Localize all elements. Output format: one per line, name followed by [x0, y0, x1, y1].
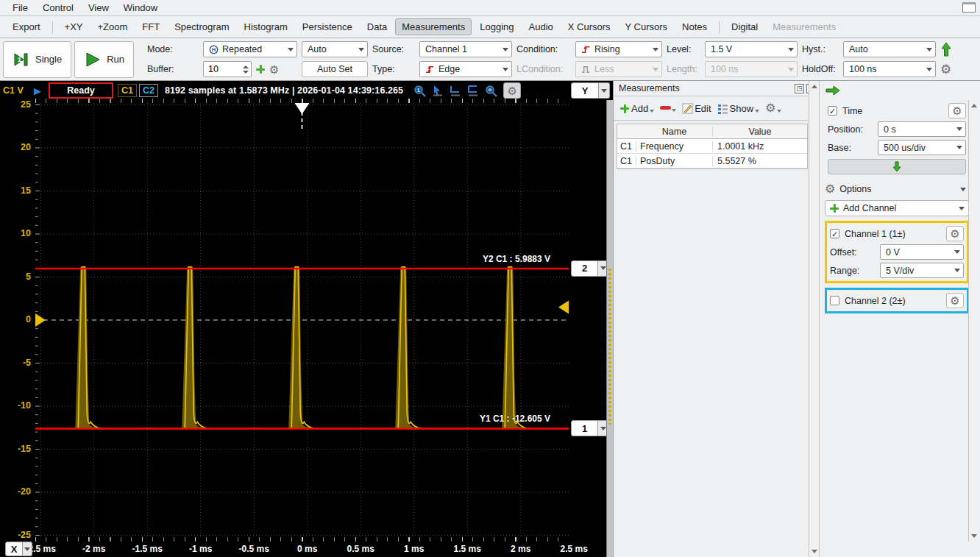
view-tab-digital[interactable]: Digital — [725, 18, 764, 35]
x-tick-label: 1.5 ms — [445, 544, 489, 554]
remove-dropdown-icon[interactable] — [672, 109, 676, 112]
table-row[interactable]: C1Frequency1.0001 kHz — [617, 139, 807, 154]
scroll-down-icon[interactable] — [970, 531, 979, 541]
zoom-fit-icon[interactable] — [485, 85, 497, 97]
trigger-gear-icon[interactable]: ⚙ — [940, 63, 951, 76]
view-tab--xy[interactable]: +XY — [58, 18, 90, 35]
y-cursor-tool-icon[interactable] — [467, 85, 479, 96]
offset-select[interactable]: 0 V — [880, 244, 964, 260]
add-dropdown-icon[interactable] — [650, 110, 654, 113]
measurements-settings-button[interactable]: ⚙ — [764, 100, 783, 116]
scroll-up-icon[interactable] — [970, 101, 979, 110]
float-panel-icon[interactable]: ◳ — [795, 84, 804, 93]
condition-select[interactable]: Rising — [575, 41, 662, 57]
show-measurement-button[interactable]: Show — [716, 101, 761, 116]
channel1-settings-button[interactable]: ⚙ — [946, 226, 964, 241]
scope-data-range-indicator — [608, 269, 611, 425]
channel2-settings-button[interactable]: ⚙ — [946, 293, 964, 308]
type-select[interactable]: Edge — [419, 61, 512, 77]
range-select[interactable]: 5 V/div — [880, 263, 964, 278]
view-tab-data[interactable]: Data — [361, 18, 394, 35]
x-axis-dropdown-icon[interactable] — [23, 542, 32, 556]
menu-window[interactable]: Window — [117, 1, 164, 15]
menu-control[interactable]: Control — [36, 1, 80, 15]
y1-cursor-handle[interactable]: 1 — [571, 420, 609, 436]
x-axis-selector[interactable]: X — [5, 542, 32, 556]
single-button[interactable]: 1 Single — [3, 41, 71, 78]
view-tab-y-cursors[interactable]: Y Cursors — [619, 18, 675, 35]
scroll-down-icon[interactable] — [810, 547, 819, 556]
menu-file[interactable]: File — [6, 1, 35, 15]
options-scrollbar[interactable] — [968, 100, 979, 542]
lcondition-label: LCondition: — [516, 64, 571, 74]
window-restore-icon[interactable] — [962, 2, 976, 13]
show-dropdown-icon[interactable] — [755, 110, 759, 113]
settings-dropdown-icon[interactable] — [777, 110, 781, 113]
source-select[interactable]: Channel 1 — [419, 41, 512, 57]
add-icon — [619, 104, 630, 114]
y-axis-dropdown-icon[interactable] — [599, 82, 610, 99]
y-axis-button[interactable]: Y — [571, 82, 599, 99]
view-tab-spectrogram[interactable]: Spectrogram — [168, 18, 235, 35]
view-tab-histogram[interactable]: Histogram — [238, 18, 294, 35]
add-buffer-icon[interactable] — [255, 64, 266, 74]
channel2-checkbox[interactable] — [830, 296, 839, 305]
y2-cursor-handle[interactable]: 2 — [571, 260, 609, 277]
scope-vertical-scrollbar[interactable] — [606, 100, 613, 557]
view-tab-measurements[interactable]: Measurements — [395, 18, 472, 35]
holdoff-select[interactable]: 100 ns — [843, 61, 936, 77]
channel2-badge[interactable]: C2 — [139, 84, 158, 97]
remove-measurement-button[interactable] — [658, 101, 678, 116]
time-checkbox[interactable]: ✓ — [828, 106, 837, 116]
x-tick-label: -1.5 ms — [125, 544, 169, 554]
level-select[interactable]: 1.5 V — [705, 41, 798, 57]
length-label: Length: — [667, 64, 700, 74]
y2-cursor-number[interactable]: 2 — [571, 260, 598, 277]
time-settings-button[interactable]: ⚙ — [948, 103, 966, 118]
x-axis-button[interactable]: X — [5, 542, 23, 556]
hyst-select[interactable]: Auto — [843, 41, 936, 57]
scope-plot[interactable] — [35, 103, 569, 537]
view-tab-export[interactable]: Export — [6, 18, 47, 35]
plot-settings-button[interactable]: ⚙ — [503, 82, 521, 99]
view-tab-x-cursors[interactable]: X Cursors — [561, 18, 617, 35]
buffer-gear-icon[interactable]: ⚙ — [269, 64, 279, 75]
x-cursor-tool-icon[interactable] — [450, 85, 461, 96]
run-button[interactable]: Run — [74, 41, 134, 78]
pointer-cursor-icon[interactable] — [432, 85, 444, 96]
buffer-spinner[interactable] — [203, 61, 252, 77]
base-select[interactable]: 500 us/div — [878, 140, 966, 155]
zoom-in-icon[interactable]: 1 — [413, 85, 426, 97]
channel1-badge[interactable]: C1 — [118, 84, 137, 97]
measurements-scrollbar[interactable] — [809, 81, 819, 557]
y-axis-selector[interactable]: Y — [571, 82, 610, 99]
table-row[interactable]: C1PosDuty5.5527 % — [617, 154, 807, 168]
trigger-up-arrow-icon[interactable] — [940, 42, 952, 57]
remove-icon — [660, 103, 670, 113]
apply-down-button[interactable] — [828, 159, 966, 174]
edit-measurement-button[interactable]: Edit — [681, 101, 712, 116]
options-dropdown-icon[interactable] — [960, 188, 966, 191]
view-tab-persistence[interactable]: Persistence — [296, 18, 359, 35]
measurements-title: Measurements — [619, 83, 680, 93]
options-section[interactable]: ⚙ Options — [825, 180, 969, 198]
offset-value: 0 V — [886, 247, 951, 258]
scroll-up-icon[interactable] — [810, 82, 819, 91]
buffer-input[interactable] — [204, 64, 238, 74]
y1-cursor-number[interactable]: 1 — [571, 420, 598, 436]
add-channel-dropdown-icon[interactable] — [959, 207, 965, 210]
view-tab-logging[interactable]: Logging — [473, 18, 520, 35]
autoset-button[interactable]: Auto Set — [302, 61, 368, 77]
view-tab-audio[interactable]: Audio — [522, 18, 560, 35]
add-measurement-button[interactable]: Add — [618, 101, 656, 116]
channel1-checkbox[interactable]: ✓ — [830, 229, 839, 238]
view-tab--zoom[interactable]: +Zoom — [91, 18, 135, 35]
position-select[interactable]: 0 s — [878, 121, 966, 137]
mode-auto-select[interactable]: Auto — [302, 41, 368, 57]
add-channel-button[interactable]: Add Channel — [825, 200, 969, 216]
channel1-header: ✓ Channel 1 (1±) ⚙ — [830, 224, 964, 243]
menu-view[interactable]: View — [82, 1, 116, 15]
mode-select[interactable]: H Repeated — [203, 41, 297, 57]
view-tab-notes[interactable]: Notes — [675, 18, 714, 35]
view-tab-fft[interactable]: FFT — [135, 18, 166, 35]
